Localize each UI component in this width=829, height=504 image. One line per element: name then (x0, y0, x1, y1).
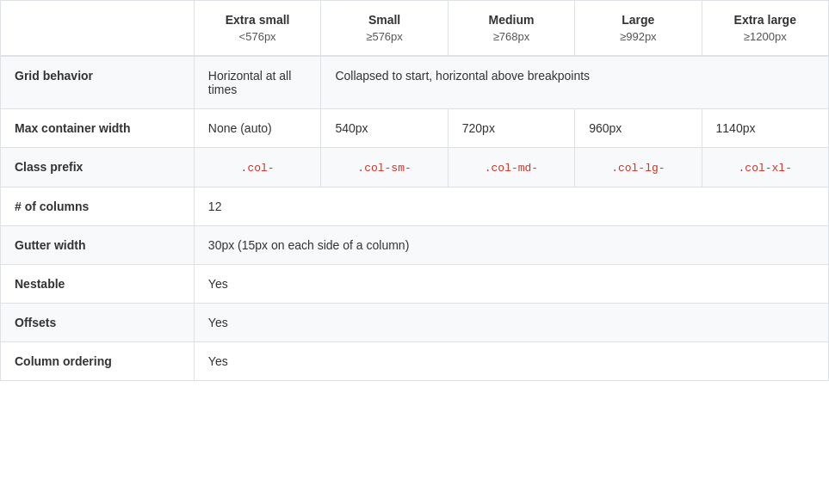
header-sm-label: Small (368, 13, 400, 27)
header-md-label: Medium (489, 13, 535, 27)
table-row: Class prefix.col-.col-sm-.col-md-.col-lg… (1, 148, 829, 187)
xs-cell: Horizontal at all times (194, 56, 321, 109)
header-xs: Extra small <576px (194, 1, 321, 57)
sm-cell: 540px (321, 109, 448, 148)
lg-code-cell: .col-lg- (575, 148, 702, 187)
md-cell: 720px (448, 109, 574, 148)
table-row: Gutter width30px (15px on each side of a… (1, 226, 829, 265)
header-lg-label: Large (622, 13, 654, 27)
header-feature (1, 1, 195, 57)
feature-cell: Column ordering (1, 342, 195, 381)
feature-cell: Gutter width (1, 226, 195, 265)
lg-cell: 960px (575, 109, 702, 148)
header-xl: Extra large ≥1200px (702, 1, 828, 57)
sm-code-cell: .col-sm- (321, 148, 448, 187)
header-sm: Small ≥576px (321, 1, 448, 57)
table-row: Grid behaviorHorizontal at all timesColl… (1, 56, 829, 109)
table-row: Max container widthNone (auto)540px720px… (1, 109, 829, 148)
header-xl-sublabel: ≥1200px (716, 30, 814, 43)
span-cell: 30px (15px on each side of a column) (194, 226, 828, 265)
header-md: Medium ≥768px (448, 1, 574, 57)
header-xs-sublabel: <576px (208, 30, 307, 43)
header-lg: Large ≥992px (575, 1, 702, 57)
xs-code-text: .col- (241, 162, 275, 175)
table-row: OffsetsYes (1, 304, 829, 342)
xl-code-text: .col-xl- (739, 162, 792, 175)
feature-cell: Class prefix (1, 148, 195, 187)
header-xl-label: Extra large (734, 13, 796, 27)
span-cell: 12 (194, 187, 828, 226)
xl-code-cell: .col-xl- (702, 148, 828, 187)
xs-cell: None (auto) (194, 109, 321, 148)
md-code-text: .col-md- (485, 162, 538, 175)
feature-cell: # of columns (1, 187, 195, 226)
sm-code-text: .col-sm- (357, 162, 411, 175)
grid-reference-table: Extra small <576px Small ≥576px Medium ≥… (0, 0, 829, 381)
table-row: Column orderingYes (1, 342, 829, 381)
header-xs-label: Extra small (226, 13, 290, 27)
xl-cell: 1140px (702, 109, 828, 148)
lg-code-text: .col-lg- (611, 162, 665, 175)
feature-cell: Nestable (1, 265, 195, 304)
feature-cell: Grid behavior (1, 56, 195, 109)
table-row: # of columns12 (1, 187, 829, 226)
header-md-sublabel: ≥768px (462, 30, 560, 43)
feature-cell: Max container width (1, 109, 195, 148)
rest-cell: Collapsed to start, horizontal above bre… (321, 56, 829, 109)
header-lg-sublabel: ≥992px (589, 30, 687, 43)
header-sm-sublabel: ≥576px (335, 30, 433, 43)
span-cell: Yes (194, 265, 828, 304)
span-cell: Yes (194, 304, 828, 342)
feature-cell: Offsets (1, 304, 195, 342)
table-row: NestableYes (1, 265, 829, 304)
span-cell: Yes (194, 342, 828, 381)
xs-code-cell: .col- (194, 148, 321, 187)
md-code-cell: .col-md- (448, 148, 574, 187)
